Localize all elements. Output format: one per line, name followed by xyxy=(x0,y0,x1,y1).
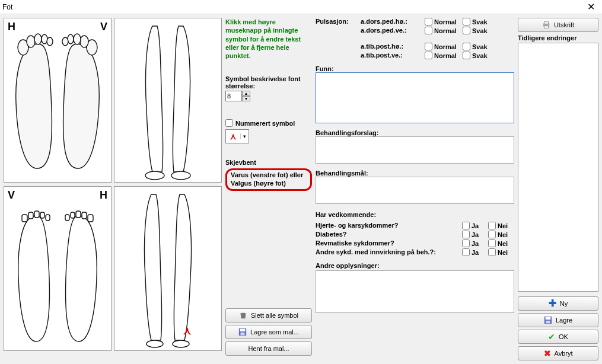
svg-rect-27 xyxy=(241,333,245,335)
history-label: Tidligere endringer xyxy=(518,34,598,41)
puls-2-normal[interactable] xyxy=(425,43,432,50)
svg-rect-15 xyxy=(40,212,44,218)
save-template-label: Lagre som mal... xyxy=(250,328,299,336)
puls-0-svak[interactable] xyxy=(463,18,470,25)
ved-1-nei[interactable] xyxy=(488,231,496,238)
corner-v: V xyxy=(100,21,107,33)
ved-3-ja[interactable] xyxy=(462,248,470,256)
funn-textarea[interactable] xyxy=(316,72,514,123)
puls-3-svak[interactable] xyxy=(463,52,470,59)
right-panel: Utskrift Tidligere endringer ✚ Ny Lagre … xyxy=(518,18,598,360)
delete-all-label: Slett alle symbol xyxy=(251,312,298,319)
window-title: Fot xyxy=(2,3,582,11)
svg-rect-21 xyxy=(65,215,69,221)
skjevbent-heading: Skjevbent xyxy=(225,159,312,166)
trash-icon xyxy=(239,311,247,320)
svg-rect-13 xyxy=(28,212,33,219)
spin-down-icon[interactable]: ▼ xyxy=(242,96,250,101)
skjevbent-highlight: Varus (venstre fot) eller Valgus (høyre … xyxy=(225,168,312,191)
instructions-text: Klikk med høyre museknapp på innlagte sy… xyxy=(225,18,312,60)
load-from-template-button[interactable]: Hent fra mal... xyxy=(225,341,312,356)
puls-row-3: a.tib.post.ve.: xyxy=(361,52,425,59)
ved-q2: Revmatiske sykdommer? xyxy=(316,240,462,247)
x-icon: ✖ xyxy=(544,350,551,356)
svg-rect-14 xyxy=(34,211,39,218)
svg-point-6 xyxy=(80,36,88,47)
ved-2-nei[interactable] xyxy=(488,240,496,247)
chevron-down-icon[interactable]: ▾ xyxy=(240,133,249,139)
vedkommende-heading: Har vedkommende: xyxy=(316,211,514,218)
font-size-spinner[interactable]: ▲ ▼ xyxy=(225,91,312,101)
behmal-label: Behandlingsmål: xyxy=(316,170,514,177)
corner-h2: H xyxy=(100,189,107,202)
symbol-glyph-icon: ⋏ xyxy=(226,132,240,141)
close-icon[interactable]: ✕ xyxy=(582,1,600,13)
andre-textarea[interactable] xyxy=(316,270,514,313)
svg-rect-16 xyxy=(46,215,50,221)
puls-3-normal[interactable] xyxy=(425,52,432,59)
puls-2-svak[interactable] xyxy=(463,43,470,50)
pulsation-label: Pulsasjon: xyxy=(316,18,355,59)
corner-v2: V xyxy=(8,189,15,202)
ved-2-ja[interactable] xyxy=(462,240,470,247)
svg-point-4 xyxy=(47,37,53,46)
svg-point-23 xyxy=(173,340,189,347)
svg-rect-19 xyxy=(76,211,81,218)
print-button[interactable]: Utskrift xyxy=(518,18,598,32)
symbol-size-label: Symbol beskrivelse font størrelse: xyxy=(225,75,312,90)
puls-row-1: a.dors.ped.ve.: xyxy=(361,27,425,34)
diagram-top-vh[interactable]: V H xyxy=(4,186,112,351)
cancel-button[interactable]: ✖ Avbryt xyxy=(518,346,598,360)
history-listbox[interactable] xyxy=(518,43,598,292)
print-label: Utskrift xyxy=(554,21,574,28)
puls-0-normal[interactable] xyxy=(425,18,432,25)
svg-rect-12 xyxy=(22,215,27,222)
new-button[interactable]: ✚ Ny xyxy=(518,296,598,311)
cancel-label: Avbryt xyxy=(555,350,573,357)
ved-0-ja[interactable] xyxy=(462,222,470,229)
svg-point-22 xyxy=(146,340,163,347)
svg-point-7 xyxy=(74,34,81,44)
titlebar: Fot ✕ xyxy=(0,0,602,14)
svg-point-11 xyxy=(171,171,190,180)
behforslag-textarea[interactable] xyxy=(316,136,514,164)
ved-3-nei[interactable] xyxy=(488,248,496,256)
svg-rect-30 xyxy=(544,26,548,28)
behforslag-label: Behandlingsforslag: xyxy=(316,129,514,136)
delete-all-symbols-button[interactable]: Slett alle symbol xyxy=(225,308,312,323)
save-as-template-button[interactable]: Lagre som mal... xyxy=(225,325,312,339)
ved-1-ja[interactable] xyxy=(462,231,470,238)
diagram-legs-front[interactable] xyxy=(114,18,222,183)
svg-point-9 xyxy=(62,37,68,46)
svg-rect-33 xyxy=(546,321,550,323)
save-icon xyxy=(238,328,247,336)
svg-point-10 xyxy=(145,171,164,180)
spin-up-icon[interactable]: ▲ xyxy=(242,91,250,96)
numbered-symbol-checkbox[interactable] xyxy=(225,119,233,127)
save-button[interactable]: Lagre xyxy=(518,313,598,327)
font-size-input[interactable] xyxy=(225,91,242,101)
puls-1-svak[interactable] xyxy=(463,27,470,34)
svg-rect-32 xyxy=(546,317,551,320)
diagram-sole-hv[interactable]: H V xyxy=(4,18,112,183)
svg-rect-29 xyxy=(544,22,548,24)
plus-icon: ✚ xyxy=(549,301,556,306)
symbol-selector[interactable]: ⋏ ▾ xyxy=(225,129,249,143)
ok-label: OK xyxy=(559,333,568,340)
behmal-textarea[interactable] xyxy=(316,177,514,204)
foot-diagram-panel: H V xyxy=(4,18,222,360)
save-label: Lagre xyxy=(556,317,572,324)
new-label: Ny xyxy=(560,300,568,307)
funn-label: Funn: xyxy=(316,65,514,72)
svg-rect-26 xyxy=(240,329,246,331)
ved-q3: Andre sykd. med innvirkning på beh.?: xyxy=(316,248,462,256)
ok-button[interactable]: ✔ OK xyxy=(518,330,598,344)
svg-point-1 xyxy=(27,36,35,47)
diagram-legs-back[interactable]: ⋏ xyxy=(114,186,222,351)
ved-0-nei[interactable] xyxy=(488,222,496,229)
load-template-label: Hent fra mal... xyxy=(248,345,289,352)
puls-1-normal[interactable] xyxy=(425,27,432,34)
svg-point-2 xyxy=(34,34,42,44)
svg-rect-20 xyxy=(71,212,75,218)
main-panel: Pulsasjon: a.dors.ped.hø.: Normal Svak a… xyxy=(316,18,514,360)
